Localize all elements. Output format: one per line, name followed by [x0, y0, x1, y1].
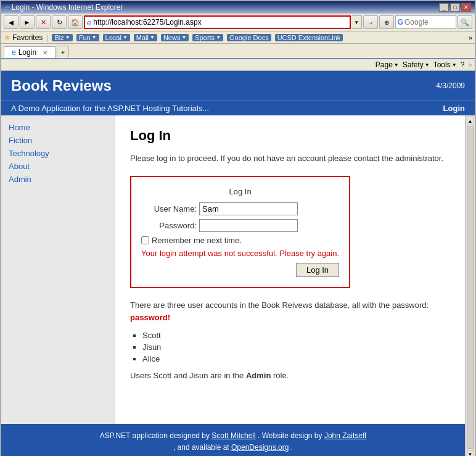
- refresh-button[interactable]: ↻: [52, 15, 67, 29]
- scrollbar[interactable]: ▲ ▼: [465, 115, 475, 456]
- fav-google-docs[interactable]: Google Docs: [227, 34, 271, 41]
- scroll-thumb[interactable]: [467, 126, 474, 449]
- safety-menu[interactable]: Safety ▼: [403, 60, 430, 69]
- username-row: User Name:: [141, 202, 339, 215]
- fav-biz[interactable]: Biz▼: [52, 34, 72, 41]
- ie-logo-icon: e: [5, 3, 9, 12]
- forward-button[interactable]: ►: [20, 15, 35, 29]
- password-input[interactable]: [199, 219, 298, 232]
- star-icon: ★: [4, 33, 11, 42]
- toolbar-bar: Page ▼ Safety ▼ Tools ▼ ? »: [1, 59, 475, 71]
- password-label: Password:: [141, 221, 197, 230]
- tab-login[interactable]: e Login ✕: [4, 46, 55, 58]
- page-area: Book Reviews 4/3/2009 A Demo Application…: [1, 71, 475, 456]
- sidebar-item-home[interactable]: Home: [9, 123, 107, 132]
- footer-author1-link[interactable]: Scott Mitchell: [211, 431, 255, 440]
- toolbar-divider: »: [468, 60, 472, 69]
- username-label: User Name:: [141, 204, 197, 213]
- sidebar-item-fiction[interactable]: Fiction: [9, 136, 107, 145]
- fav-fun[interactable]: Fun▼: [76, 34, 99, 41]
- fav-ucsd[interactable]: UCSD ExtensionLink: [275, 34, 343, 41]
- add-to-favorites[interactable]: »: [469, 34, 472, 41]
- content-area: Home Fiction Technology About Admin Log …: [1, 115, 465, 424]
- accounts-text: There are three user accounts in the Boo…: [130, 299, 450, 325]
- tab-icon: e: [12, 48, 16, 57]
- tab-bar: e Login ✕ +: [1, 44, 475, 59]
- remember-row: Remember me next time.: [141, 236, 339, 245]
- scroll-down-button[interactable]: ▼: [467, 450, 474, 456]
- fav-news[interactable]: News▼: [161, 34, 189, 41]
- login-box: Log In User Name: Password:: [130, 176, 350, 288]
- sidebar: Home Fiction Technology About Admin: [1, 115, 115, 424]
- username-input[interactable]: [199, 202, 298, 215]
- fav-mail[interactable]: Mail▼: [134, 34, 157, 41]
- list-item-jisun: Jisun: [142, 342, 450, 352]
- intro-text: Please log in to proceed. If you do not …: [130, 152, 450, 165]
- site-login-link[interactable]: Login: [443, 104, 465, 113]
- tab-label: Login: [18, 48, 36, 57]
- error-message: Your login attempt was not successful. P…: [141, 249, 339, 258]
- window-controls[interactable]: _ □ ✕: [439, 3, 471, 12]
- sidebar-item-admin[interactable]: Admin: [9, 175, 107, 184]
- site-title: Book Reviews: [11, 77, 112, 94]
- home-button[interactable]: 🏠: [68, 15, 83, 29]
- tools-menu[interactable]: Tools ▼: [433, 60, 457, 69]
- restore-button[interactable]: □: [450, 3, 460, 12]
- footer-site-link[interactable]: OpenDesigns.org: [231, 443, 289, 452]
- accounts-list: Scott Jisun Alice: [142, 331, 450, 363]
- address-bar-wrap: e: [84, 15, 351, 29]
- compatibility-button[interactable]: ⊕: [379, 15, 394, 29]
- page-heading: Log In: [130, 128, 450, 144]
- sidebar-item-technology[interactable]: Technology: [9, 149, 107, 158]
- search-input[interactable]: [404, 18, 454, 27]
- main-content: Log In Please log in to proceed. If you …: [115, 115, 465, 424]
- list-item-alice: Alice: [142, 354, 450, 363]
- favorites-button[interactable]: ★ Favorites: [4, 33, 43, 42]
- login-box-title: Log In: [141, 187, 339, 196]
- main-layout: Home Fiction Technology About Admin Log …: [1, 115, 475, 456]
- help-button[interactable]: ?: [461, 60, 465, 69]
- login-button[interactable]: Log In: [296, 263, 339, 277]
- sidebar-item-about[interactable]: About: [9, 162, 107, 171]
- close-button[interactable]: ✕: [461, 3, 471, 12]
- search-wrap: G: [395, 15, 456, 29]
- remember-label: Remember me next time.: [152, 236, 242, 245]
- footer-author2-link[interactable]: John Zaitseff: [324, 431, 366, 440]
- browser-window: e Login - Windows Internet Explorer _ □ …: [0, 0, 476, 456]
- minimize-button[interactable]: _: [439, 3, 449, 12]
- password-value: password!: [130, 313, 170, 322]
- favorites-bar: ★ Favorites | Biz▼ Fun▼ Local▼ Mail▼ New…: [1, 31, 475, 44]
- back-button[interactable]: ◄: [4, 15, 18, 29]
- fav-local[interactable]: Local▼: [103, 34, 130, 41]
- title-bar: e Login - Windows Internet Explorer _ □ …: [1, 1, 475, 14]
- scroll-up-button[interactable]: ▲: [467, 117, 474, 125]
- list-item-scott: Scott: [142, 331, 450, 340]
- page-menu[interactable]: Page ▼: [375, 60, 399, 69]
- remember-checkbox[interactable]: [141, 236, 149, 244]
- site-subtitle: A Demo Application for the ASP.NET Hosti…: [11, 104, 209, 113]
- site-footer: ASP.NET application designed by Scott Mi…: [1, 424, 465, 456]
- login-btn-row: Log In: [141, 263, 339, 277]
- address-dropdown[interactable]: ▼: [352, 15, 362, 29]
- fav-sports[interactable]: Sports▼: [192, 34, 223, 41]
- site-header: Book Reviews 4/3/2009: [1, 71, 475, 101]
- site-date: 4/3/2009: [436, 81, 465, 90]
- new-tab-button[interactable]: +: [57, 46, 69, 58]
- stop-button[interactable]: ✕: [36, 15, 51, 29]
- window-title: Login - Windows Internet Explorer: [12, 3, 123, 12]
- admin-note: Users Scott and Jisun are in the Admin r…: [130, 371, 450, 380]
- nav-go-button[interactable]: →: [363, 15, 378, 29]
- scroll-content: Home Fiction Technology About Admin Log …: [1, 115, 465, 456]
- search-provider-icon: G: [398, 18, 403, 27]
- page-icon: e: [87, 18, 91, 27]
- tab-close-icon[interactable]: ✕: [43, 49, 47, 56]
- site-subtitle-bar: A Demo Application for the ASP.NET Hosti…: [1, 101, 475, 115]
- password-row: Password:: [141, 219, 339, 232]
- search-button[interactable]: 🔍: [458, 15, 472, 29]
- nav-bar: ◄ ► ✕ ↻ 🏠 e ▼ → ⊕ G 🔍: [1, 14, 475, 31]
- address-input[interactable]: [93, 18, 347, 27]
